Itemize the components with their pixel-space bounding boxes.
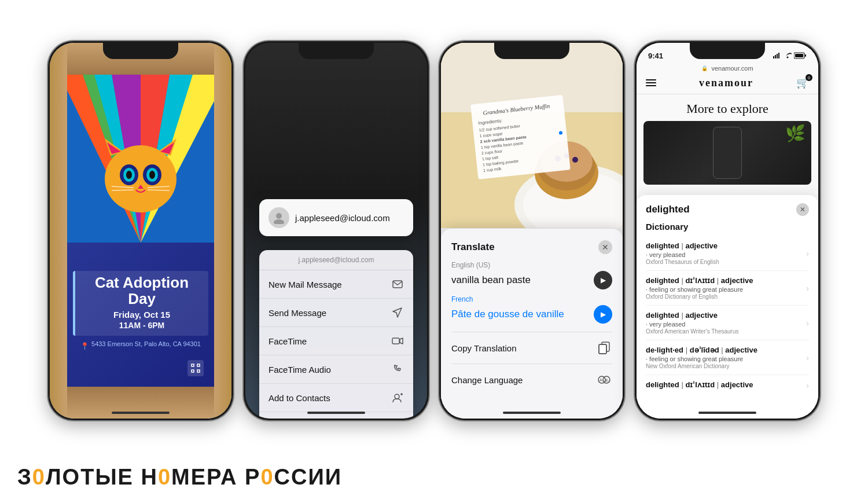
phone-3: Grandma's Blueberry Muffin Ingredients: … <box>439 41 624 420</box>
svg-rect-76 <box>805 54 806 57</box>
dict-entry-5[interactable]: delighted | dɪˈlʌɪtɪd | adjective › <box>646 375 809 395</box>
status-icons <box>773 52 807 59</box>
menu-item-add-contacts[interactable]: Add to Contacts <box>259 384 413 412</box>
menu-item-new-mail[interactable]: New Mail Message <box>259 270 413 299</box>
home-indicator-3 <box>503 412 561 414</box>
svg-rect-63 <box>599 344 606 354</box>
svg-line-22 <box>112 190 134 190</box>
translate-source: English (US) vanilla bean paste ▶ <box>451 261 612 289</box>
dict-entry-3-source: Oxford American Writer's Thesaurus <box>646 328 801 335</box>
hamburger-menu-icon[interactable] <box>646 79 656 86</box>
svg-rect-28 <box>197 370 200 372</box>
svg-point-34 <box>395 394 399 399</box>
phone-2: j.appleseed@icloud.com j.appleseed@iclou… <box>244 41 429 420</box>
svg-rect-31 <box>393 281 402 288</box>
dict-entry-3[interactable]: delighted | adjective · very pleased Oxf… <box>646 306 809 340</box>
nav-bar: venamour 🛒 0 <box>637 72 818 94</box>
svg-point-19 <box>149 171 155 179</box>
dict-entry-3-title: delighted | adjective <box>646 311 801 320</box>
product-phone-mockup <box>713 127 742 179</box>
url-text: venamour.com <box>711 65 753 72</box>
dict-entry-1-source: Oxford Thesaurus of English <box>646 259 801 265</box>
dict-entry-3-desc: · very pleased <box>646 321 801 328</box>
menu-item-send-message[interactable]: Send Message <box>259 299 413 327</box>
cat-adoption-time: 11AM - 6PM <box>82 321 201 330</box>
wood-left <box>50 43 67 419</box>
play-source-button[interactable]: ▶ <box>594 271 612 289</box>
copy-translation-action[interactable]: Copy Translation <box>451 332 612 364</box>
contact-card: j.appleseed@icloud.com <box>259 199 413 236</box>
dict-entry-1[interactable]: delighted | adjective · very pleased Oxf… <box>646 236 809 271</box>
chevron-right-icon-2: › <box>806 284 809 293</box>
highlight-o1: 0 <box>32 465 46 489</box>
explore-heading: More to explore <box>637 94 818 121</box>
translate-target: French Pâte de gousse de vanille ▶ <box>451 295 612 324</box>
dict-entry-5-title: delighted | dɪˈlʌɪtɪd | adjective <box>646 380 801 389</box>
chevron-right-icon-4: › <box>806 353 809 362</box>
phone-1: Cat Adoption Day Friday, Oct 15 11AM - 6… <box>48 41 233 420</box>
target-text: Pâte de gousse de vanille <box>451 309 564 320</box>
notch-3 <box>494 43 569 59</box>
svg-rect-32 <box>392 338 399 344</box>
change-language-icon: A あ <box>596 372 612 388</box>
contact-avatar <box>269 207 289 228</box>
chevron-right-icon-1: › <box>806 249 809 258</box>
svg-point-29 <box>276 213 282 219</box>
dict-entry-5-content: delighted | dɪˈlʌɪtɪd | adjective <box>646 380 801 390</box>
translate-screen: Grandma's Blueberry Muffin Ingredients: … <box>441 43 623 419</box>
dict-entry-2-desc: · feeling or showing great pleasure <box>646 286 801 293</box>
svg-point-18 <box>126 171 132 179</box>
dictionary-section-title: Dictionary <box>646 222 809 232</box>
svg-rect-27 <box>192 370 194 372</box>
cat-adoption-date: Friday, Oct 15 <box>82 310 201 320</box>
cat-adoption-text: Cat Adoption Day Friday, Oct 15 11AM - 6… <box>67 271 214 352</box>
send-message-icon <box>391 306 404 319</box>
venamour-logo: venamour <box>699 77 753 89</box>
menu-item-facetime-audio[interactable]: FaceTime Audio <box>259 355 413 384</box>
facetime-icon <box>391 335 404 347</box>
svg-rect-72 <box>778 53 779 58</box>
cat-adoption-title: Cat Adoption Day <box>82 274 201 307</box>
change-language-label: Change Language <box>451 375 523 385</box>
translate-panel: Translate ✕ English (US) vanilla bean pa… <box>441 229 623 419</box>
browser-url-bar: 🔒 venamour.com <box>637 63 818 72</box>
translate-close-button[interactable]: ✕ <box>598 240 612 254</box>
svg-text:あ: あ <box>605 378 609 383</box>
cat-adoption-screen: Cat Adoption Day Friday, Oct 15 11AM - 6… <box>67 75 214 387</box>
svg-marker-33 <box>400 338 403 344</box>
cart-icon[interactable]: 🛒 0 <box>796 76 809 89</box>
capture-button[interactable] <box>187 360 204 376</box>
phone-4: 9:41 <box>635 41 820 420</box>
play-target-button[interactable]: ▶ <box>594 305 612 324</box>
dict-entry-4-source: New Oxford American Dictionary <box>646 363 801 369</box>
new-mail-label: New Mail Message <box>269 280 342 289</box>
svg-rect-26 <box>197 364 200 366</box>
translate-header: Translate ✕ <box>451 240 612 254</box>
change-language-action[interactable]: Change Language A あ <box>451 364 612 395</box>
dict-entry-1-desc: · very pleased <box>646 251 801 258</box>
add-contacts-icon <box>391 391 404 404</box>
context-menu-screen: j.appleseed@icloud.com j.appleseed@iclou… <box>245 43 427 419</box>
svg-point-9 <box>105 145 176 212</box>
copy-translation-label: Copy Translation <box>451 343 517 353</box>
dict-entry-1-title: delighted | adjective <box>646 241 801 250</box>
dict-entry-4[interactable]: de·light·ed | dəˈlīdəd | adjective · fee… <box>646 340 809 375</box>
wood-right <box>214 43 231 419</box>
new-mail-icon <box>391 278 404 291</box>
dict-entry-2-source: Oxford Dictionary of English <box>646 293 801 300</box>
context-menu-email: j.appleseed@icloud.com <box>259 250 413 270</box>
dict-entry-2[interactable]: delighted | dɪˈlʌɪtɪd | adjective · feel… <box>646 271 809 306</box>
send-message-label: Send Message <box>269 308 326 318</box>
leaves-decoration: 🌿 <box>785 124 806 143</box>
dictionary-close-button[interactable]: ✕ <box>796 203 809 216</box>
dictionary-header: delighted ✕ <box>646 203 809 216</box>
status-time: 9:41 <box>648 52 663 60</box>
contact-email-display: j.appleseed@icloud.com <box>295 213 390 223</box>
chevron-right-icon-3: › <box>806 318 809 328</box>
phones-area: Cat Adoption Day Friday, Oct 15 11AM - 6… <box>0 0 868 457</box>
highlight-o2: 0 <box>158 465 171 489</box>
dict-entry-4-title: de·light·ed | dəˈlīdəd | adjective <box>646 346 801 354</box>
dictionary-panel: delighted ✕ Dictionary delighted | adjec… <box>637 195 818 419</box>
dict-entry-2-content: delighted | dɪˈlʌɪtɪd | adjective · feel… <box>646 276 801 300</box>
menu-item-facetime[interactable]: FaceTime <box>259 327 413 355</box>
